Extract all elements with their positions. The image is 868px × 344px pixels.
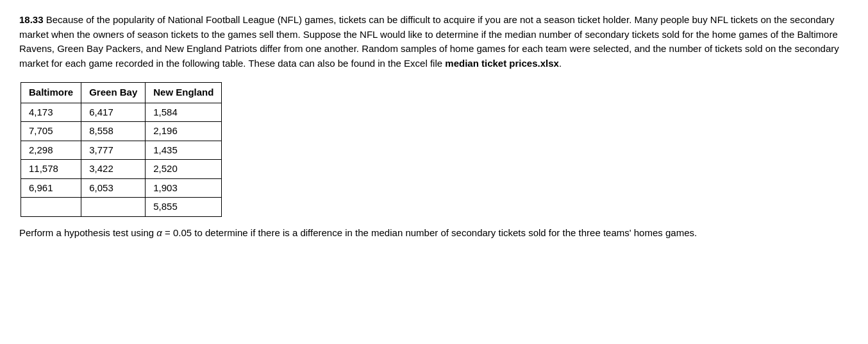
table-cell: 1,584 — [146, 103, 222, 122]
table-row: 5,855 — [21, 198, 222, 217]
table-row: 7,7058,5582,196 — [21, 122, 222, 141]
table-cell: 1,903 — [146, 178, 222, 198]
col-header-baltimore: Baltimore — [21, 83, 81, 103]
alpha-value: 0.05 — [173, 227, 192, 238]
table-row: 6,9616,0531,903 — [21, 178, 222, 198]
table-row: 4,1736,4171,584 — [21, 103, 222, 122]
table-cell — [21, 198, 81, 217]
col-header-newengland: New England — [146, 83, 222, 103]
table-row: 2,2983,7771,435 — [21, 141, 222, 160]
table-cell: 3,422 — [81, 160, 146, 179]
table-cell: 11,578 — [21, 160, 81, 179]
table-cell: 7,705 — [21, 122, 81, 141]
table-cell: 6,417 — [81, 103, 146, 122]
alpha-symbol: α — [156, 227, 162, 238]
file-name: median ticket prices.xlsx — [445, 58, 559, 69]
table-cell: 4,173 — [21, 103, 81, 122]
table-cell: 3,777 — [81, 141, 146, 160]
conclusion-prefix: Perform a hypothesis test using — [19, 227, 156, 238]
table-cell: 6,961 — [21, 178, 81, 198]
table-cell: 1,435 — [146, 141, 222, 160]
table-cell: 2,196 — [146, 122, 222, 141]
problem-text: 18.33 Because of the popularity of Natio… — [19, 13, 840, 71]
table-cell: 2,520 — [146, 160, 222, 179]
table-row: 11,5783,4222,520 — [21, 160, 222, 179]
conclusion-rest: to determine if there is a difference in… — [192, 227, 697, 238]
table-cell: 2,298 — [21, 141, 81, 160]
intro-text: Because of the popularity of National Fo… — [19, 14, 839, 69]
col-header-greenbay: Green Bay — [81, 83, 146, 103]
table-cell: 5,855 — [146, 198, 222, 217]
table-cell: 8,558 — [81, 122, 146, 141]
problem-number: 18.33 — [19, 14, 44, 25]
conclusion-text: Perform a hypothesis test using α = 0.05… — [19, 226, 840, 241]
after-file: . — [559, 58, 562, 69]
table-cell: 6,053 — [81, 178, 146, 198]
table-cell — [81, 198, 146, 217]
data-table: Baltimore Green Bay New England 4,1736,4… — [21, 82, 222, 217]
equals-sign: = — [162, 227, 173, 238]
